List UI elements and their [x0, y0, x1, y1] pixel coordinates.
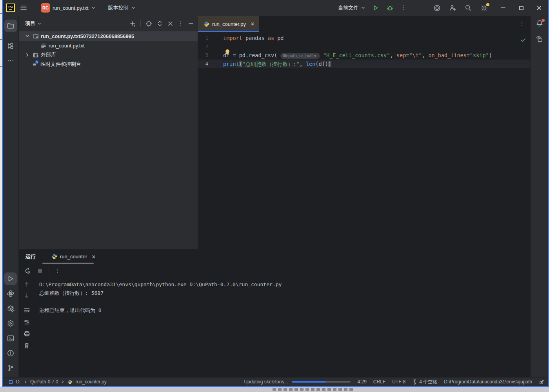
screen: PC RC run_count.py.txt 版本控制 当前文件: [0, 0, 549, 392]
code-line[interactable]: 4print("总细胞数（按行数）:", len(df)): [198, 60, 530, 68]
run-tab-run-counter[interactable]: run_counter: [49, 249, 98, 264]
run-button[interactable]: [369, 0, 383, 16]
encoding-widget[interactable]: UTF-8: [392, 379, 405, 385]
settings-notification-dot: [486, 3, 489, 6]
terminal-icon: [7, 334, 15, 342]
code-line[interactable]: 3df = pd.read_csv( filepath_or_buffer: "…: [198, 51, 530, 60]
minimize-button[interactable]: [494, 0, 512, 16]
code-token: as: [268, 35, 277, 41]
packages-icon: [7, 305, 15, 312]
ai-assistant-button[interactable]: [429, 0, 445, 16]
folder-python-icon: [33, 33, 39, 39]
tool-git-button[interactable]: [4, 362, 17, 374]
chevron-down-icon: [361, 5, 365, 10]
background-task-progress[interactable]: Updating skeletons...: [244, 379, 351, 385]
tool-problems-button[interactable]: [4, 347, 17, 359]
active-run-tab-indicator: [42, 263, 94, 264]
run-configuration-selector[interactable]: 当前文件: [335, 2, 369, 14]
console-output[interactable]: D:\ProgramData\anaconda31\envs\qupath\py…: [35, 278, 282, 349]
locate-file-icon[interactable]: [145, 20, 152, 27]
kebab-menu-icon[interactable]: [178, 20, 184, 27]
line-number: 3: [198, 51, 215, 60]
unlock-icon[interactable]: [539, 379, 544, 385]
tree-item-label: 外部库: [41, 51, 56, 58]
intention-bulb-icon[interactable]: [225, 49, 229, 53]
pycharm-window: PC RC run_count.py.txt 版本控制 当前文件: [2, 0, 549, 387]
code-line[interactable]: 2: [198, 42, 530, 51]
close-tab-icon[interactable]: [250, 22, 255, 26]
tree-item-external-libraries[interactable]: 外部库: [19, 50, 198, 60]
line-ending-widget[interactable]: CRLF: [373, 379, 385, 385]
tool-terminal-button[interactable]: [4, 332, 17, 345]
stop-button[interactable]: [37, 268, 43, 274]
debug-button[interactable]: [383, 0, 397, 16]
scroll-to-end-icon[interactable]: [24, 319, 30, 325]
code-token: "H_E_cell_counts.csv": [323, 52, 390, 58]
code-area[interactable]: 1import pandas as pd23df = pd.read_csv( …: [198, 32, 530, 68]
tool-python-console-button[interactable]: [4, 287, 17, 300]
maximize-button[interactable]: [512, 0, 530, 16]
search-everywhere-button[interactable]: [460, 0, 476, 16]
close-button[interactable]: [530, 0, 548, 16]
kebab-menu-icon[interactable]: [55, 268, 60, 274]
editor: run_counter.py 1import pandas as pd23df …: [198, 16, 530, 249]
rerun-button[interactable]: [24, 267, 31, 274]
project-selector[interactable]: RC run_count.py.txt: [38, 2, 99, 14]
background-strip: [0, 387, 549, 392]
hide-panel-icon[interactable]: [188, 21, 194, 26]
vcs-selector[interactable]: 版本控制: [105, 2, 139, 14]
tree-item-file[interactable]: run_count.py.txt: [19, 41, 198, 50]
notifications-button[interactable]: [536, 20, 544, 27]
tool-packages-button[interactable]: [4, 302, 17, 315]
up-arrow-icon[interactable]: [24, 281, 30, 287]
tool-project-button[interactable]: [4, 20, 17, 32]
chevron-down-icon[interactable]: [24, 33, 31, 39]
editor-tab-run-counter[interactable]: run_counter.py: [198, 16, 259, 32]
console-line: 进程已结束，退出代码为 0: [39, 306, 282, 315]
services-icon: [7, 319, 15, 327]
soft-wrap-icon[interactable]: [24, 307, 30, 314]
breadcrumb-file[interactable]: run_counter.py: [75, 379, 106, 385]
tool-services-button[interactable]: [4, 317, 17, 330]
clear-console-icon[interactable]: [24, 342, 30, 349]
tree-item-scratches[interactable]: 临时文件和控制台: [19, 60, 198, 69]
status-breadcrumbs: D: QuPath-0.7.0 run_counter.py: [8, 379, 107, 385]
interpreter-widget[interactable]: D:\ProgramData\anaconda31\envs\qupath: [444, 379, 532, 385]
code-token: (: [239, 61, 242, 67]
close-tab-icon[interactable]: [91, 254, 96, 259]
add-icon[interactable]: [129, 20, 136, 27]
indent-widget[interactable]: 4 个空格: [412, 379, 437, 385]
add-user-icon: [449, 4, 456, 12]
expand-all-icon[interactable]: [157, 20, 163, 27]
settings-button[interactable]: [476, 0, 492, 16]
code-with-me-button[interactable]: [445, 0, 460, 16]
run-panel: 运行 run_counter: [19, 249, 530, 377]
breadcrumb-folder[interactable]: QuPath-0.7.0: [30, 379, 58, 385]
run-panel-header: 运行 run_counter: [19, 249, 530, 264]
run-panel-title: 运行: [25, 253, 36, 260]
more-tool-windows-button[interactable]: [4, 54, 17, 67]
tool-structure-button[interactable]: [4, 40, 17, 52]
chevron-right-icon[interactable]: [24, 52, 31, 58]
code-token: pandas: [245, 35, 268, 41]
collapse-all-icon[interactable]: [167, 21, 173, 27]
editor-options-kebab-icon[interactable]: [519, 21, 525, 27]
main-menu-button[interactable]: [15, 0, 32, 16]
close-icon: [536, 5, 542, 11]
python-file-icon: [67, 379, 73, 385]
code-line[interactable]: 1import pandas as pd: [198, 34, 530, 42]
progress-label: Updating skeletons...: [244, 379, 288, 385]
tool-run-button[interactable]: [4, 272, 17, 285]
print-icon[interactable]: [24, 330, 30, 337]
down-arrow-icon[interactable]: [24, 292, 30, 299]
inspections-ok-check-icon[interactable]: [520, 37, 526, 43]
console-line: 总细胞数（按行数）: 5687: [39, 289, 282, 298]
breadcrumb-drive[interactable]: D:: [16, 379, 21, 385]
ai-chat-button[interactable]: [535, 34, 544, 43]
more-actions-button[interactable]: [397, 0, 410, 16]
caret-position-widget[interactable]: 4:29: [357, 379, 366, 385]
code-token: sep: [396, 52, 406, 58]
tree-item-project-root[interactable]: run_count.py.txt5073271206068856995: [19, 31, 198, 41]
project-panel-title-button[interactable]: 项目: [25, 20, 42, 27]
console-line: [39, 298, 282, 306]
